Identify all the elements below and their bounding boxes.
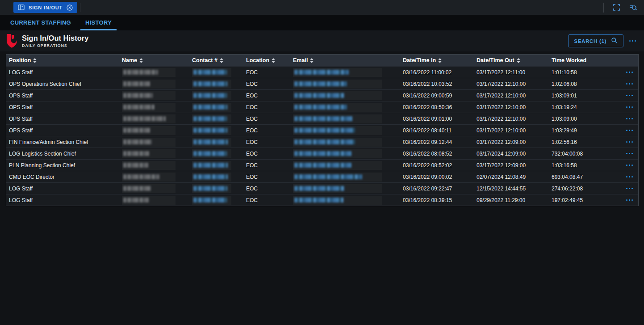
redacted-contact-number [193, 163, 228, 168]
cell-name [119, 103, 189, 112]
close-icon[interactable] [67, 4, 73, 11]
header-more-menu-icon[interactable] [629, 40, 636, 42]
redacted-email [294, 81, 347, 86]
cell-email [290, 126, 400, 135]
cell-name [119, 184, 189, 193]
cell-time-worked: 1:03:16:58 [549, 162, 619, 169]
redacted-name [123, 174, 159, 179]
column-header-datetime-out[interactable]: Date/Time Out [474, 57, 549, 63]
search-button[interactable]: SEARCH (1) [568, 34, 623, 47]
cell-name [119, 80, 189, 89]
redacted-email [294, 116, 352, 121]
table-row: OPS Operations Section Chief EOC 03/16/2… [6, 78, 638, 89]
row-actions-ellipsis-icon[interactable] [619, 83, 638, 85]
column-header-name[interactable]: Name [119, 57, 189, 63]
cell-datetime-out: 03/17/2022 12:09:00 [474, 162, 549, 169]
column-header-email[interactable]: Email [290, 57, 400, 63]
app-tab-label: SIGN IN/OUT [29, 5, 63, 10]
redacted-name [123, 186, 151, 191]
redacted-email [294, 70, 349, 75]
cell-datetime-in: 03/16/2022 09:12:44 [400, 139, 474, 145]
redacted-name [123, 116, 166, 121]
cell-position: OPS Staff [6, 116, 119, 122]
column-header-location[interactable]: Location [243, 57, 290, 63]
row-actions-ellipsis-icon[interactable] [619, 106, 638, 108]
cell-position: FIN Finance/Admin Section Chief [6, 139, 119, 145]
page-header: Sign In/Out History DAILY OPERATIONS SEA… [0, 30, 644, 51]
cell-datetime-in: 03/16/2022 08:52:02 [400, 162, 474, 169]
cell-location: EOC [243, 93, 290, 99]
redacted-email [294, 186, 344, 191]
tab-current-staffing-label: CURRENT STAFFING [10, 19, 71, 26]
cell-datetime-in: 03/16/2022 11:00:02 [400, 69, 474, 76]
cell-contact [189, 91, 243, 100]
redacted-contact-number [193, 116, 227, 121]
cell-datetime-out: 12/15/2022 14:44:55 [474, 186, 549, 192]
cell-time-worked: 1:02:56:16 [549, 139, 619, 145]
row-actions-ellipsis-icon[interactable] [619, 95, 638, 97]
row-actions-ellipsis-icon[interactable] [619, 176, 638, 178]
table-row: LOG Staff EOC 03/16/2022 08:39:15 09/29/… [6, 194, 638, 206]
cell-position: OPS Staff [6, 127, 119, 134]
redacted-email [294, 105, 347, 110]
cell-datetime-in: 03/16/2022 09:00:59 [400, 93, 474, 99]
page-title: Sign In/Out History [22, 34, 88, 42]
row-actions-ellipsis-icon[interactable] [619, 130, 638, 131]
tabs-row: CURRENT STAFFING HISTORY [0, 15, 644, 30]
cell-email [290, 173, 400, 181]
cell-time-worked: 274:06:22:08 [549, 186, 619, 192]
column-header-contact[interactable]: Contact # [189, 57, 243, 63]
row-actions-ellipsis-icon[interactable] [619, 141, 638, 143]
tab-divider [80, 3, 80, 12]
cell-email [290, 80, 400, 89]
cell-position: CMD EOC Director [6, 174, 119, 180]
tab-current-staffing[interactable]: CURRENT STAFFING [5, 15, 76, 30]
row-actions-ellipsis-icon[interactable] [619, 153, 638, 155]
redacted-name [123, 70, 158, 75]
cell-email [290, 149, 400, 158]
row-actions-ellipsis-icon[interactable] [619, 118, 638, 120]
cell-position: LOG Logistics Section Chief [6, 151, 119, 157]
cell-datetime-out: 03/17/2022 12:11:00 [474, 69, 549, 76]
cell-time-worked: 732:04:00:08 [549, 151, 619, 157]
tab-history-label: HISTORY [85, 19, 112, 26]
sort-icon [517, 58, 520, 63]
redacted-contact-number [193, 105, 227, 110]
cell-datetime-out: 03/17/2022 12:10:00 [474, 93, 549, 99]
app-tab-sign-in-out[interactable]: SIGN IN/OUT [13, 2, 77, 13]
redacted-name [123, 139, 152, 144]
cell-position: OPS Operations Section Chief [6, 81, 119, 87]
cell-datetime-out: 03/17/2024 12:09:00 [474, 151, 549, 157]
cell-datetime-out: 03/17/2022 12:09:00 [474, 139, 549, 145]
row-actions-ellipsis-icon[interactable] [619, 165, 638, 166]
cell-position: LOG Staff [6, 197, 119, 203]
cell-contact [189, 80, 243, 89]
row-actions-ellipsis-icon[interactable] [619, 199, 638, 201]
cell-time-worked: 1:03:19:24 [549, 104, 619, 110]
redacted-name [123, 81, 150, 86]
tab-history[interactable]: HISTORY [80, 15, 117, 30]
app-logo-shield-icon [6, 34, 17, 48]
cell-contact [189, 161, 243, 170]
column-header-datetime-in[interactable]: Date/Time In [400, 57, 474, 63]
search-list-icon[interactable] [629, 4, 637, 11]
redacted-name [123, 105, 155, 110]
cell-location: EOC [243, 69, 290, 76]
column-header-position[interactable]: Position [6, 57, 119, 63]
cell-email [290, 196, 400, 205]
redacted-contact-number [193, 151, 227, 156]
redacted-contact-number [193, 186, 227, 191]
table-row: OPS Staff EOC 03/16/2022 08:50:36 03/17/… [6, 101, 638, 113]
row-actions-ellipsis-icon[interactable] [619, 188, 638, 190]
cell-name [119, 91, 189, 100]
cell-datetime-in: 03/16/2022 09:22:47 [400, 186, 474, 192]
sort-icon [310, 58, 314, 63]
row-actions-ellipsis-icon[interactable] [619, 72, 638, 73]
redacted-contact-number [193, 198, 227, 203]
fullscreen-icon[interactable] [613, 4, 620, 11]
redacted-name [123, 93, 153, 98]
cell-location: EOC [243, 162, 290, 169]
cell-datetime-in: 03/16/2022 09:00:02 [400, 174, 474, 180]
cell-name [119, 196, 189, 205]
cell-time-worked: 1:03:09:00 [549, 116, 619, 122]
